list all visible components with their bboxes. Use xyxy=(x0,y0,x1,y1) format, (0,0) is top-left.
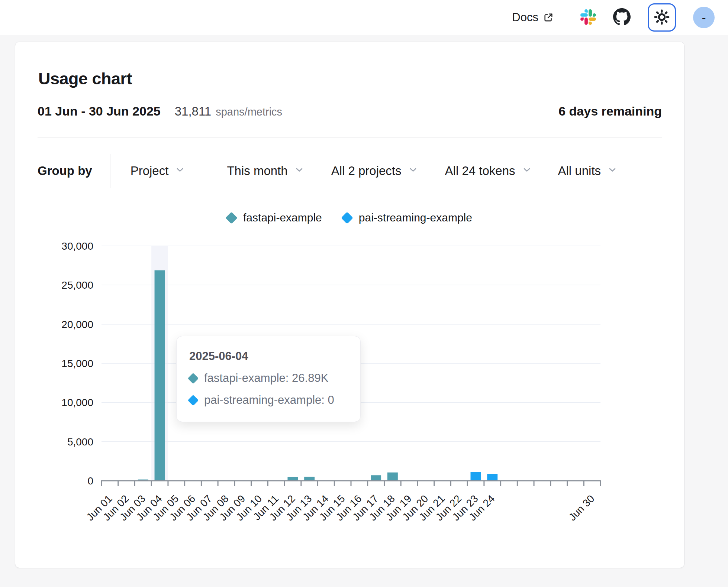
filter-dropdown-all-2-projects[interactable]: All 2 projects xyxy=(331,164,418,178)
docs-link[interactable]: Docs xyxy=(512,11,554,24)
group-by-label: Group by xyxy=(38,164,110,178)
chart-legend: fastapi-examplepai-streaming-example xyxy=(38,211,662,224)
total-count: 31,811 xyxy=(175,104,211,119)
filter-dropdown-all-24-tokens[interactable]: All 24 tokens xyxy=(445,164,532,178)
chevron-down-icon xyxy=(175,164,185,178)
days-remaining: 6 days remaining xyxy=(558,104,662,119)
dropdown-label: Project xyxy=(131,164,169,178)
svg-text:30,000: 30,000 xyxy=(61,240,93,252)
tooltip-diamond-icon xyxy=(188,373,199,384)
dropdown-label: All 2 projects xyxy=(331,164,402,178)
external-link-icon xyxy=(543,12,554,23)
tooltip-row-label: pai-streaming-example: 0 xyxy=(204,393,334,407)
slack-icon xyxy=(580,9,596,26)
svg-text:Jun 30: Jun 30 xyxy=(567,493,597,523)
svg-text:5,000: 5,000 xyxy=(67,436,93,448)
chevron-down-icon xyxy=(607,164,618,178)
filter-dropdown-this-month[interactable]: This month xyxy=(227,164,304,178)
top-bar: Docs xyxy=(0,0,728,35)
tooltip-diamond-icon xyxy=(188,395,199,406)
page-title: Usage chart xyxy=(38,69,662,88)
dropdown-label: All 24 tokens xyxy=(445,164,515,178)
svg-text:25,000: 25,000 xyxy=(61,279,93,291)
filter-dropdown-all-units[interactable]: All units xyxy=(558,164,618,178)
svg-text:0: 0 xyxy=(87,475,93,487)
chevron-down-icon xyxy=(522,164,532,178)
tooltip-row: pai-streaming-example: 0 xyxy=(189,393,349,407)
legend-diamond-icon xyxy=(341,212,353,224)
total-unit: spans/metrics xyxy=(216,106,282,118)
chevron-down-icon xyxy=(294,164,305,178)
svg-text:10,000: 10,000 xyxy=(61,397,93,408)
avatar-label: - xyxy=(702,11,706,25)
section-divider xyxy=(38,137,662,137)
dropdown-label: This month xyxy=(227,164,287,178)
tooltip-row-label: fastapi-example: 26.89K xyxy=(204,372,328,385)
legend-label: fastapi-example xyxy=(243,211,322,224)
svg-text:20,000: 20,000 xyxy=(61,319,93,330)
user-avatar[interactable]: - xyxy=(693,7,715,28)
github-icon xyxy=(613,8,631,27)
legend-label: pai-streaming-example xyxy=(359,211,472,224)
filter-dropdown-project[interactable]: Project xyxy=(131,164,186,178)
filter-row: Group by ProjectThis monthAll 2 projects… xyxy=(38,154,662,188)
docs-link-label: Docs xyxy=(512,11,538,24)
legend-item-fastapi-example[interactable]: fastapi-example xyxy=(227,211,322,224)
chart-area: 05,00010,00015,00020,00025,00030,000Jun … xyxy=(38,231,662,528)
chart-tooltip: 2025-06-04 fastapi-example: 26.89Kpai-st… xyxy=(176,336,361,422)
date-range: 01 Jun - 30 Jun 2025 xyxy=(38,104,161,119)
tooltip-date: 2025-06-04 xyxy=(189,350,349,363)
legend-item-pai-streaming-example[interactable]: pai-streaming-example xyxy=(343,211,472,224)
legend-diamond-icon xyxy=(225,212,238,224)
theme-toggle-button[interactable] xyxy=(648,3,676,32)
vertical-divider xyxy=(110,154,110,188)
svg-text:15,000: 15,000 xyxy=(61,358,93,369)
chevron-down-icon xyxy=(408,164,418,178)
usage-card: Usage chart 01 Jun - 30 Jun 2025 31,811 … xyxy=(15,42,684,568)
github-button[interactable] xyxy=(613,8,631,27)
slack-button[interactable] xyxy=(580,9,596,26)
dropdown-label: All units xyxy=(558,164,601,178)
usage-meta-row: 01 Jun - 30 Jun 2025 31,811 spans/metric… xyxy=(38,104,662,119)
tooltip-row: fastapi-example: 26.89K xyxy=(189,372,349,385)
sun-icon xyxy=(653,9,670,27)
